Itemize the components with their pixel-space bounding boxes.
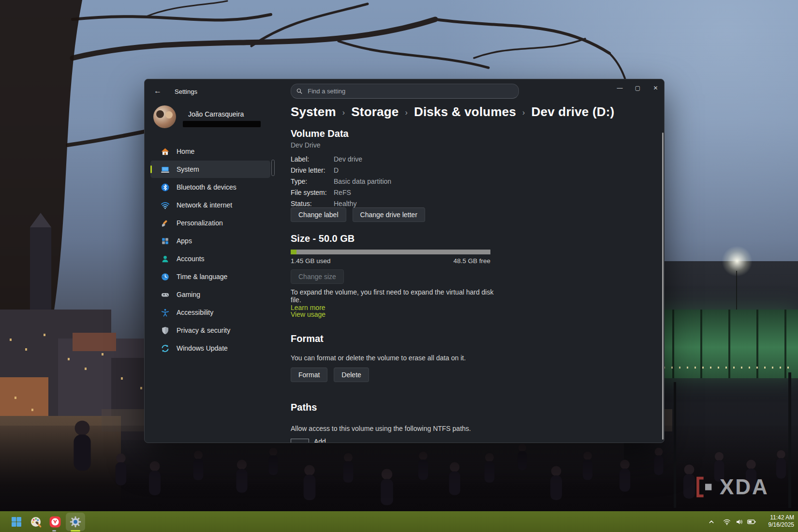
paths-description: Allow access to this volume using the fo…: [291, 425, 499, 432]
sidebar-scrollbar[interactable]: [271, 160, 275, 176]
volume-buttons: Change label Change drive letter: [291, 207, 425, 222]
vivaldi-icon: [49, 516, 61, 528]
size-bar-used: [291, 250, 296, 254]
chevron-right-icon: ›: [342, 108, 345, 117]
speaker-icon: [735, 517, 744, 526]
volume-status-button[interactable]: [735, 511, 744, 532]
property-value: D: [334, 166, 339, 174]
xda-logo-text: XDA: [720, 475, 769, 499]
wifi-icon: [723, 517, 731, 526]
property-label: File system:: [291, 189, 334, 196]
change-drive-letter-button[interactable]: Change drive letter: [353, 207, 425, 222]
delete-button[interactable]: Delete: [334, 368, 369, 382]
volume-row-file-system: File system: ReFS: [291, 187, 391, 198]
vivaldi-app-button[interactable]: [47, 514, 63, 530]
add-path-label[interactable]: Add: [314, 438, 326, 443]
maximize-button[interactable]: ▢: [629, 80, 647, 95]
content-scrollbar[interactable]: [662, 133, 664, 440]
network-icon: [161, 201, 170, 210]
volume-row-drive-letter: Drive letter: D: [291, 164, 391, 176]
sidebar-label: Gaming: [177, 291, 200, 298]
sidebar-label: Time & language: [177, 273, 227, 281]
format-heading: Format: [291, 333, 324, 344]
format-description: You can format or delete the volume to e…: [291, 354, 499, 362]
tray-time: 11:42 AM: [768, 514, 794, 521]
search-icon: [296, 88, 303, 95]
chevron-up-icon: [707, 517, 716, 526]
format-button[interactable]: Format: [291, 368, 327, 382]
chevron-right-icon: ›: [405, 108, 408, 117]
volume-properties: Label: Dev drive Drive letter: D Type: B…: [291, 153, 391, 209]
change-label-button[interactable]: Change label: [291, 207, 346, 222]
close-button[interactable]: ✕: [647, 80, 665, 95]
view-usage-link[interactable]: View usage: [291, 310, 325, 318]
sidebar-item-privacy-security[interactable]: Privacy & security: [150, 322, 270, 339]
sidebar-item-network-internet[interactable]: Network & internet: [150, 196, 270, 214]
search-input[interactable]: [307, 87, 514, 95]
sidebar-item-personalization[interactable]: Personalization: [150, 214, 270, 232]
settings-app-button[interactable]: [68, 514, 83, 530]
home-icon: [161, 147, 170, 156]
property-value: Dev drive: [334, 155, 362, 163]
property-value: Basic data partition: [334, 177, 391, 185]
sidebar-item-windows-update[interactable]: Windows Update: [150, 340, 270, 357]
breadcrumb-storage[interactable]: Storage: [351, 104, 399, 119]
sidebar-label: Windows Update: [177, 344, 228, 352]
windows-update-icon: [161, 344, 170, 353]
sidebar-item-time-language[interactable]: Time & language: [150, 268, 270, 285]
property-label: Drive letter:: [291, 166, 334, 174]
wifi-status-button[interactable]: [723, 511, 731, 532]
size-heading: Size - 50.0 GB: [291, 233, 355, 244]
add-path-checkbox[interactable]: [291, 439, 309, 443]
sidebar-item-accessibility[interactable]: Accessibility: [150, 304, 270, 321]
breadcrumb: System › Storage › Disks & volumes › Dev…: [291, 104, 614, 119]
sidebar-label: Apps: [177, 237, 192, 245]
sidebar-item-home[interactable]: Home: [150, 143, 270, 160]
tray-clock[interactable]: 11:42 AM 9/16/2025: [768, 514, 794, 529]
size-buttons: Change size: [291, 269, 344, 284]
start-button[interactable]: [9, 514, 24, 530]
sidebar-label: System: [177, 165, 199, 173]
sidebar-item-bluetooth-devices[interactable]: Bluetooth & devices: [150, 178, 270, 196]
property-value: ReFS: [334, 189, 351, 196]
property-label: Type:: [291, 177, 334, 185]
paint-icon: [30, 516, 42, 528]
sidebar-label: Network & internet: [177, 201, 232, 209]
personalization-icon: [161, 219, 170, 228]
change-size-button[interactable]: Change size: [291, 269, 344, 284]
sidebar: Home System Bluetooth & devices: [145, 79, 276, 443]
chevron-right-icon: ›: [522, 108, 525, 117]
property-label: Status:: [291, 200, 334, 207]
volume-data-subheading: Dev Drive: [291, 141, 320, 149]
tray-chevron-button[interactable]: [707, 511, 716, 532]
volume-row-type: Type: Basic data partition: [291, 176, 391, 187]
sidebar-label: Bluetooth & devices: [177, 183, 236, 191]
free-label: 48.5 GB free: [453, 257, 490, 265]
property-value: Healthy: [334, 200, 356, 207]
vivaldi-running-indicator: [52, 530, 56, 532]
screen: XDA ← Settings — ▢ ✕ João Carrasqueira: [0, 0, 798, 532]
privacy-security-icon: [161, 326, 170, 335]
paint-app-button[interactable]: [28, 514, 44, 530]
sidebar-label: Personalization: [177, 219, 223, 227]
system-icon: [161, 165, 170, 174]
bluetooth-icon: [161, 183, 170, 192]
volume-row-label: Label: Dev drive: [291, 153, 391, 164]
sidebar-item-system[interactable]: System: [150, 161, 270, 178]
breadcrumb-disks-volumes[interactable]: Disks & volumes: [414, 104, 516, 119]
sidebar-item-apps[interactable]: Apps: [150, 232, 270, 250]
settings-running-indicator: [71, 530, 80, 532]
minimize-button[interactable]: —: [611, 80, 629, 95]
breadcrumb-system[interactable]: System: [291, 104, 336, 119]
property-label: Label:: [291, 155, 334, 163]
search-box[interactable]: [291, 84, 519, 99]
expand-note-text: To expand the volume, you first need to …: [291, 288, 493, 304]
time-language-icon: [161, 272, 170, 281]
volume-data-heading: Volume Data: [291, 128, 349, 139]
size-bar: [291, 250, 490, 254]
gaming-icon: [161, 290, 170, 299]
battery-status-button[interactable]: [747, 511, 756, 532]
settings-window: ← Settings — ▢ ✕ João Carrasqueira: [144, 79, 665, 443]
sidebar-item-accounts[interactable]: Accounts: [150, 250, 270, 267]
sidebar-item-gaming[interactable]: Gaming: [150, 286, 270, 303]
